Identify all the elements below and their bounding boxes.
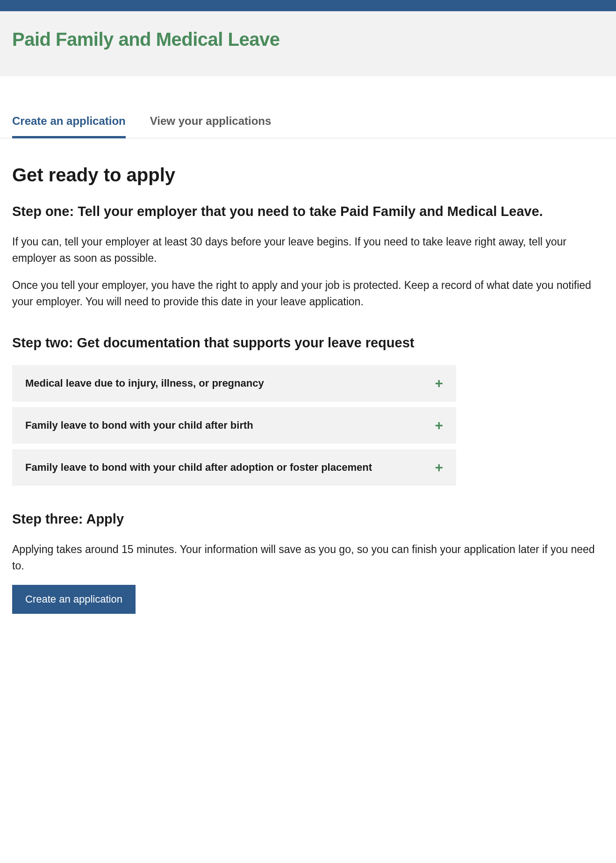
page-header: Paid Family and Medical Leave [0,11,616,76]
step-two-section: Step two: Get documentation that support… [12,334,604,486]
main-content: Get ready to apply Step one: Tell your e… [0,138,616,657]
accordion-item-bond-adoption[interactable]: Family leave to bond with your child aft… [12,449,456,486]
step-three-heading: Step three: Apply [12,510,604,528]
accordion-title: Medical leave due to injury, illness, or… [25,376,435,390]
tab-create-application[interactable]: Create an application [12,106,126,138]
step-one-paragraph-2: Once you tell your employer, you have th… [12,277,604,309]
step-three-section: Step three: Apply Applying takes around … [12,510,604,614]
page-heading: Get ready to apply [12,165,604,186]
accordion-item-medical[interactable]: Medical leave due to injury, illness, or… [12,365,456,402]
plus-icon: + [435,417,443,433]
create-application-button[interactable]: Create an application [12,585,136,614]
accordion-title: Family leave to bond with your child aft… [25,418,435,432]
site-title: Paid Family and Medical Leave [12,29,604,50]
tab-navigation: Create an application View your applicat… [0,106,616,138]
accordion-item-bond-birth[interactable]: Family leave to bond with your child aft… [12,407,456,444]
step-three-paragraph: Applying takes around 15 minutes. Your i… [12,541,604,574]
step-one-paragraph-1: If you can, tell your employer at least … [12,234,604,266]
plus-icon: + [435,460,443,475]
top-bar [0,0,616,11]
step-one-section: Step one: Tell your employer that you ne… [12,202,604,309]
plus-icon: + [435,375,443,391]
accordion-list: Medical leave due to injury, illness, or… [12,365,456,486]
step-one-heading: Step one: Tell your employer that you ne… [12,202,604,221]
step-two-heading: Step two: Get documentation that support… [12,334,604,352]
accordion-title: Family leave to bond with your child aft… [25,460,435,475]
tab-view-applications[interactable]: View your applications [150,106,272,138]
